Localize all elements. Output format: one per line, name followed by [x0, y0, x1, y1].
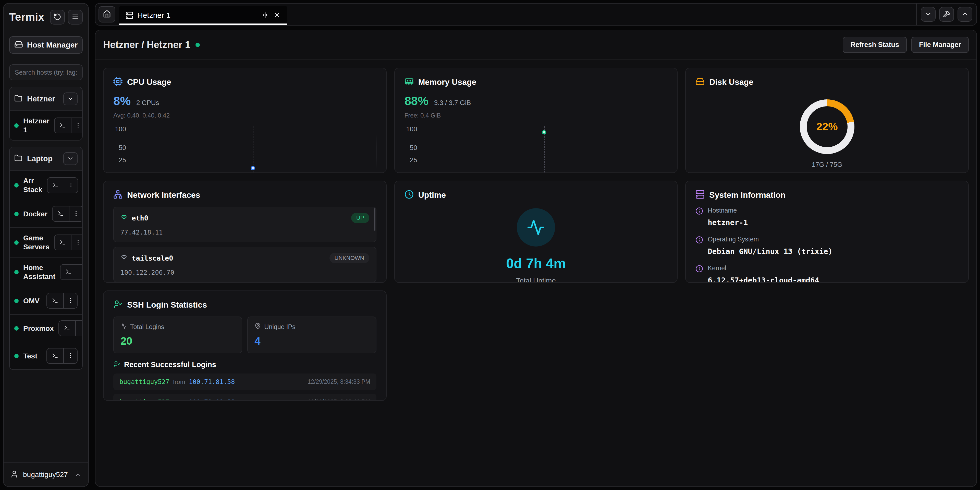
y-tick: 50 [119, 144, 126, 152]
activity-icon [121, 322, 127, 331]
open-terminal-button[interactable] [60, 265, 77, 279]
collapse-panel-button[interactable] [958, 7, 972, 22]
split-pane-button[interactable] [261, 11, 269, 20]
login-ip: 100.71.81.58 [189, 378, 235, 386]
host-menu-button[interactable] [71, 235, 83, 250]
home-button[interactable] [99, 6, 115, 22]
group-header-laptop[interactable]: Laptop [10, 147, 82, 170]
app-title: Termix [9, 11, 45, 23]
card-title: Disk Usage [709, 77, 753, 87]
open-terminal-button[interactable] [48, 178, 64, 193]
host-row-home-assistant[interactable]: Home Assistant [10, 257, 82, 287]
stat-label: Unique IPs [264, 323, 295, 330]
sidebar-header: Termix [3, 3, 88, 31]
kebab-menu-icon [75, 239, 81, 246]
refresh-status-button[interactable]: Refresh Status [843, 37, 907, 53]
open-terminal-button[interactable] [55, 235, 71, 250]
username: bugattiguy527 [23, 471, 70, 479]
host-online-dot [196, 43, 200, 47]
tools-button[interactable] [939, 7, 954, 22]
user-menu[interactable]: bugattiguy527 [3, 463, 88, 487]
card-title: Uptime [418, 190, 446, 200]
user-icon [10, 470, 18, 479]
memory-chart: 100 50 25 [404, 126, 668, 173]
card-title: SSH Login Statistics [127, 300, 207, 310]
interface-ip: 77.42.18.11 [121, 229, 369, 236]
y-tick: 25 [410, 156, 417, 164]
sidebar: Termix Host Manager [3, 3, 89, 487]
server-icon [695, 190, 705, 200]
open-terminal-button[interactable] [59, 321, 75, 336]
uptime-value: 0d 7h 4m [506, 255, 566, 271]
host-row-arr-stack[interactable]: Arr Stack [10, 170, 82, 200]
memory-usage-card: Memory Usage 88% 3.3 / 3.7 GiB Free: 0.4… [394, 68, 678, 173]
interface-row-tailscale0[interactable]: tailscale0 UNKNOWN 100.122.206.70 [113, 247, 376, 282]
host-menu-button[interactable] [63, 348, 77, 363]
server-icon [126, 11, 133, 19]
chevron-up-icon [75, 471, 82, 478]
ssh-login-statistics-card: SSH Login Statistics Total Logins 20 [103, 290, 387, 401]
tab-hetzner-1[interactable]: Hetzner 1 [119, 6, 287, 25]
disk-usage-card: Disk Usage 22% 17G / 75G Available: 56G [685, 68, 969, 173]
host-menu-button[interactable] [64, 178, 78, 193]
host-name: Game Servers [23, 233, 49, 251]
memory-free: Free: 0.4 GiB [404, 112, 668, 119]
host-row-proxmox[interactable]: Proxmox [10, 314, 82, 342]
login-user: bugattiguy527 [119, 378, 169, 386]
total-logins-value: 20 [121, 335, 235, 347]
cpu-load-avg: Avg: 0.40, 0.40, 0.42 [113, 112, 376, 119]
terminal-icon [52, 182, 59, 189]
file-manager-button[interactable]: File Manager [912, 37, 969, 53]
host-row-docker[interactable]: Docker [10, 200, 82, 227]
folder-icon [14, 154, 22, 163]
user-check-icon [113, 361, 121, 369]
close-tab-button[interactable] [273, 11, 281, 20]
host-menu-button[interactable] [75, 321, 83, 336]
sysinfo-hostname: Hostname hetzner-1 [695, 207, 959, 227]
host-menu-button[interactable] [63, 293, 77, 308]
disk-percent: 22% [816, 121, 838, 133]
group-collapse-button[interactable] [63, 93, 78, 105]
host-menu-button[interactable] [77, 265, 83, 279]
dashboard-content: CPU Usage 8% 2 CPUs Avg: 0.40, 0.40, 0.4… [95, 60, 977, 409]
host-menu-button[interactable] [71, 118, 83, 133]
sidebar-menu-button[interactable] [68, 10, 83, 24]
host-status-dot [14, 240, 19, 245]
refresh-hosts-button[interactable] [50, 10, 65, 24]
interface-status-badge: UP [351, 213, 369, 223]
interface-row-eth0[interactable]: eth0 UP 77.42.18.11 [113, 207, 376, 242]
host-groups: Hetzner Hetzner 1 [3, 85, 88, 375]
host-row-hetzner-1[interactable]: Hetzner 1 [10, 110, 82, 140]
stat-label: Total Logins [130, 323, 164, 330]
host-status-dot [14, 183, 19, 188]
host-actions [60, 264, 83, 280]
disk-available: Available: 56G [807, 172, 847, 173]
host-actions [54, 118, 83, 133]
cpu-chart: 100 50 25 [113, 126, 376, 173]
open-terminal-button[interactable] [55, 118, 71, 133]
host-manager-button[interactable]: Host Manager [9, 36, 83, 54]
host-row-omv[interactable]: OMV [10, 287, 82, 314]
memory-icon [404, 77, 414, 87]
login-row: bugattiguy527 from 100.71.81.58 12/29/20… [113, 394, 376, 401]
open-terminal-button[interactable] [52, 206, 69, 221]
chevron-down-icon [67, 155, 74, 163]
open-terminal-button[interactable] [47, 348, 63, 363]
group-header-hetzner[interactable]: Hetzner [10, 87, 82, 110]
sysinfo-os: Operating System Debian GNU/Linux 13 (tr… [695, 236, 959, 256]
host-row-game-servers[interactable]: Game Servers [10, 227, 82, 257]
host-menu-button[interactable] [69, 206, 83, 221]
info-icon [695, 236, 703, 256]
map-pin-icon [255, 322, 261, 331]
search-input[interactable] [9, 64, 83, 80]
open-terminal-button[interactable] [47, 293, 63, 308]
group-collapse-button[interactable] [63, 152, 78, 165]
memory-data-point [542, 130, 546, 134]
login-user: bugattiguy527 [119, 398, 169, 401]
tab-list-button[interactable] [921, 7, 935, 22]
scrollbar-thumb[interactable] [374, 208, 375, 231]
card-title: Network Interfaces [127, 190, 200, 200]
activity-icon [527, 218, 545, 236]
sysinfo-value: 6.12.57+deb13-cloud-amd64 [708, 276, 819, 283]
host-row-test[interactable]: Test [10, 342, 82, 369]
